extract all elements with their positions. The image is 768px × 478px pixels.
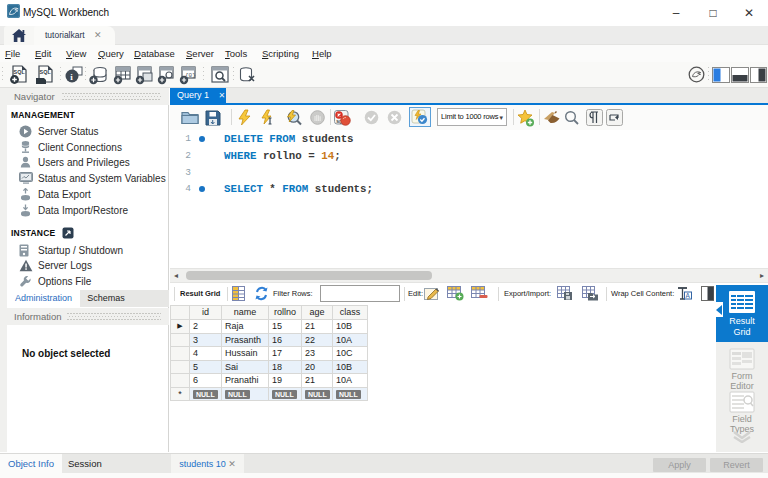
svg-text:SQL: SQL: [14, 69, 26, 75]
svg-text:SQL: SQL: [40, 69, 52, 75]
svg-text:A: A: [686, 292, 691, 299]
